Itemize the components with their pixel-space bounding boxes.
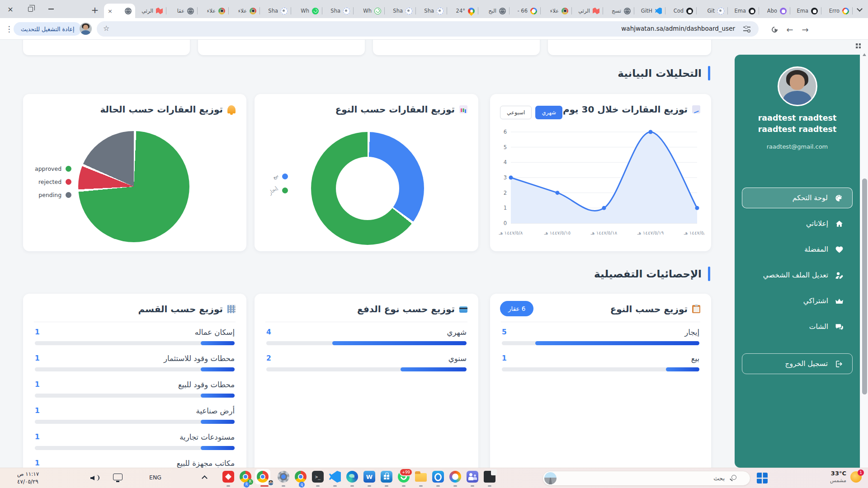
heart-icon bbox=[835, 245, 844, 254]
taskbar-search-box[interactable]: بحث bbox=[542, 471, 750, 486]
tab-label: Ema bbox=[797, 8, 808, 14]
legend-item[interactable]: بيع bbox=[268, 174, 288, 179]
bookmark-star-icon[interactable]: ☆ bbox=[103, 24, 109, 33]
browser-tab[interactable]: × الرئي bbox=[135, 4, 166, 18]
reload-button[interactable] bbox=[769, 23, 780, 35]
browser-tab[interactable]: × Git bbox=[697, 4, 728, 18]
stat-label: سنوي bbox=[448, 354, 467, 363]
browser-tab[interactable]: × 66 - bbox=[509, 4, 541, 18]
taskbar-settings[interactable] bbox=[278, 470, 289, 487]
browser-menu-icon[interactable]: ⋮ bbox=[4, 23, 14, 34]
browser-tab[interactable]: × البح bbox=[478, 4, 509, 18]
browser-tab[interactable]: × 24° bbox=[447, 4, 478, 18]
legend-item[interactable]: rejected bbox=[35, 178, 71, 185]
taskbar-teams[interactable] bbox=[467, 470, 478, 487]
taskbar-copilot[interactable] bbox=[449, 470, 461, 487]
relaunch-to-update-button[interactable]: إعادة التشغيل للتحديث bbox=[14, 22, 81, 36]
taskbar-outlook[interactable] bbox=[432, 470, 444, 487]
taskbar-chrome-profile1[interactable]: RR bbox=[240, 470, 251, 487]
taskbar-chrome-active[interactable] bbox=[257, 470, 272, 487]
sidebar-item-chat[interactable]: الشات bbox=[742, 316, 853, 337]
browser-tab[interactable]: × علاء bbox=[541, 4, 572, 18]
tab-overflow-chevron-icon[interactable] bbox=[857, 6, 863, 12]
store-icon bbox=[381, 471, 392, 483]
logout-button[interactable]: تسجيل الخروج bbox=[742, 353, 853, 374]
browser-tab[interactable]: × Sha bbox=[260, 4, 291, 18]
tray-chevron-up-icon[interactable] bbox=[202, 475, 208, 481]
display-icon[interactable] bbox=[113, 474, 123, 480]
browser-tab[interactable]: × Sha bbox=[322, 4, 354, 18]
user-email: raadtest@gmail.com bbox=[739, 143, 855, 150]
taskbar-word[interactable]: W bbox=[363, 470, 375, 487]
status-pie-chart[interactable] bbox=[78, 131, 189, 242]
browser-tab[interactable]: × Sha bbox=[416, 4, 447, 18]
speaker-icon[interactable] bbox=[90, 474, 99, 483]
line-chart[interactable]: 0123456١٤٤٧/٥/٨ هـ١٤٤٧/٥/١٥ هـ١٤٤٧/٥/١٨ … bbox=[497, 127, 704, 239]
language-indicator[interactable]: ENG bbox=[149, 474, 161, 481]
taskbar-chrome-profile2[interactable]: q bbox=[295, 470, 307, 487]
taskbar-vscode[interactable] bbox=[329, 470, 341, 487]
sidebar-item-favorites[interactable]: المفضلة bbox=[742, 239, 853, 260]
red-app-icon bbox=[222, 471, 234, 483]
tab-label: الرئي bbox=[142, 8, 153, 14]
taskbar-edge[interactable] bbox=[346, 470, 358, 487]
browser-profile-avatar[interactable] bbox=[80, 23, 92, 35]
browser-tab[interactable]: × Abo bbox=[759, 4, 790, 18]
card-title: توزيع العقارات حسب الحالة bbox=[100, 104, 223, 115]
legend-item[interactable]: pending bbox=[35, 192, 71, 198]
user-avatar[interactable] bbox=[778, 66, 817, 106]
taskbar-notepad[interactable] bbox=[484, 470, 495, 487]
stat-label: أرض صناعية bbox=[196, 407, 235, 415]
weather-widget[interactable]: 1 33°C مشمس bbox=[830, 469, 862, 484]
scrollbar-thumb[interactable] bbox=[862, 178, 867, 394]
url-text[interactable]: wahjwatan.sa/admin/dashboard_user bbox=[621, 25, 735, 32]
browser-tab[interactable]: × عقا bbox=[166, 4, 198, 18]
browser-tab[interactable]: × GitH bbox=[634, 4, 665, 18]
browser-tab[interactable]: × الرئي bbox=[572, 4, 603, 18]
sidebar-item-dashboard[interactable]: لوحة التحكم bbox=[742, 188, 853, 208]
taskbar-terminal[interactable]: >_ bbox=[312, 470, 324, 487]
window-minimize-button[interactable] bbox=[43, 0, 59, 18]
taskbar-explorer[interactable] bbox=[415, 470, 427, 487]
browser-tab[interactable]: × Ema bbox=[790, 4, 821, 18]
legend-item[interactable]: إيجار bbox=[268, 188, 288, 193]
profile-badge: R bbox=[244, 482, 250, 488]
type-donut-chart[interactable] bbox=[311, 132, 424, 245]
legend-item[interactable]: approved bbox=[35, 165, 71, 172]
forward-button[interactable]: → bbox=[799, 23, 811, 35]
start-button[interactable] bbox=[757, 473, 768, 483]
window-close-button[interactable]: × bbox=[3, 0, 18, 18]
scrollbar-up-arrow[interactable] bbox=[863, 52, 866, 56]
back-button[interactable]: ← bbox=[784, 23, 796, 35]
window-restore-button[interactable] bbox=[23, 0, 38, 18]
browser-tab[interactable]: × علاء bbox=[229, 4, 260, 18]
new-tab-button[interactable]: + bbox=[89, 4, 101, 16]
browser-tab[interactable]: × Wh bbox=[291, 4, 322, 18]
browser-tab[interactable]: × Sha bbox=[385, 4, 416, 18]
address-bar[interactable]: ☆ wahjwatan.sa/admin/dashboard_user bbox=[97, 21, 759, 37]
monthly-toggle-button[interactable]: شهري bbox=[535, 106, 562, 119]
stat-count: 1 bbox=[35, 328, 40, 336]
tab-favicon bbox=[655, 8, 662, 14]
browser-tab[interactable]: × علاء bbox=[198, 4, 229, 18]
site-controls-icon[interactable] bbox=[743, 26, 750, 32]
tab-close-icon[interactable]: × bbox=[108, 8, 113, 14]
browser-tab[interactable]: × Cod bbox=[665, 4, 697, 18]
page-scrollbar[interactable] bbox=[861, 40, 868, 468]
browser-tab[interactable]: × Ema bbox=[728, 4, 759, 18]
browser-tab[interactable]: × bbox=[104, 4, 135, 18]
taskbar-store[interactable] bbox=[381, 470, 392, 487]
sidebar-item-my-ads[interactable]: إعلاناتي bbox=[742, 213, 853, 234]
weekly-toggle-button[interactable]: اسبوعي bbox=[500, 106, 532, 119]
section-accent-bar bbox=[708, 66, 710, 80]
sidebar-item-subscription[interactable]: اشتراكي bbox=[742, 291, 853, 311]
grid-apps-icon[interactable] bbox=[856, 43, 861, 48]
copilot-icon bbox=[449, 471, 461, 483]
browser-tab[interactable]: × Wh bbox=[354, 4, 385, 18]
taskbar-clock[interactable]: ١١:١٧ ص ٤٧/٠٥/٢٩ bbox=[17, 470, 39, 486]
sidebar-item-edit-profile[interactable]: تعديل الملف الشخصي bbox=[742, 265, 853, 286]
browser-tab[interactable]: × تسج bbox=[603, 4, 634, 18]
taskbar-app-red[interactable] bbox=[222, 470, 234, 487]
browser-tab[interactable]: × Erro bbox=[821, 4, 853, 18]
taskbar-whatsapp[interactable]: +99 bbox=[398, 470, 410, 487]
